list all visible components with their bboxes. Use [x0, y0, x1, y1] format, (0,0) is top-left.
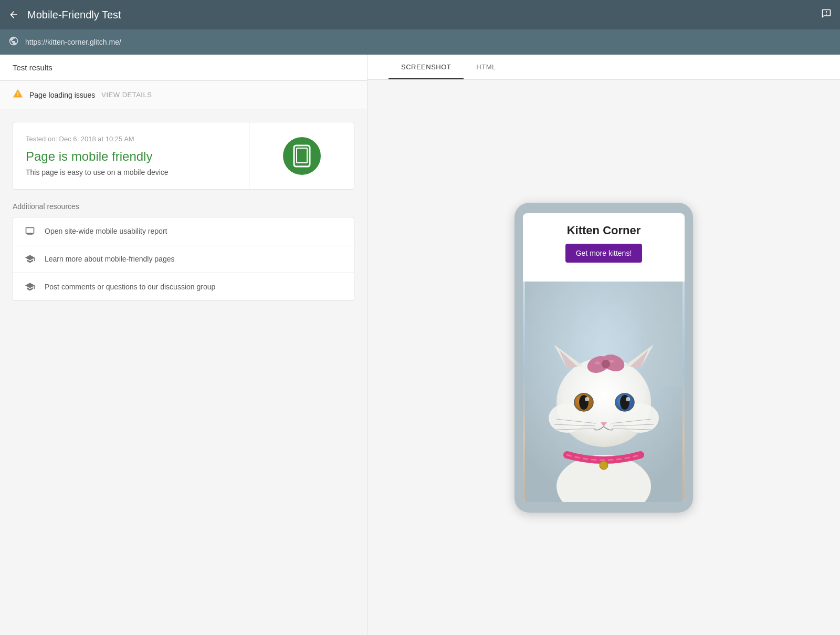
tested-on-text: Tested on: Dec 6, 2018 at 10:25 AM [26, 135, 236, 143]
back-button[interactable] [8, 9, 19, 20]
app-header: Mobile-Friendly Test [0, 0, 840, 29]
resource-item-1[interactable]: Open site-wide mobile usability report [13, 217, 354, 245]
mobile-friendly-desc: This page is easy to use on a mobile dev… [26, 168, 236, 176]
svg-point-14 [602, 360, 610, 368]
issues-bar: Page loading issues VIEW DETAILS [0, 81, 367, 109]
url-text: https://kitten-corner.glitch.me/ [25, 38, 121, 46]
test-results-label: Test results [13, 63, 52, 72]
resource-text-1: Open site-wide mobile usability report [45, 227, 167, 235]
page-loading-issues-text: Page loading issues [29, 91, 95, 99]
site-title: Kitten Corner [567, 224, 641, 237]
tab-screenshot[interactable]: SCREENSHOT [388, 55, 464, 79]
left-content: Tested on: Dec 6, 2018 at 10:25 AM Page … [0, 109, 367, 314]
cat-image [523, 282, 685, 502]
right-panel: SCREENSHOT HTML Kitten Corner Get more k… [368, 55, 840, 635]
left-panel: Test results Page loading issues VIEW DE… [0, 55, 368, 635]
svg-point-23 [626, 397, 630, 401]
monitor-icon [24, 226, 36, 236]
feedback-button[interactable] [821, 8, 832, 22]
result-card-left: Tested on: Dec 6, 2018 at 10:25 AM Page … [13, 122, 249, 189]
resource-text-3: Post comments or questions to our discus… [45, 283, 215, 291]
view-details-button[interactable]: VIEW DETAILS [101, 91, 152, 99]
mobile-friendly-icon [283, 137, 321, 175]
warning-icon [13, 88, 23, 101]
graduation-icon [24, 254, 36, 264]
app-title: Mobile-Friendly Test [27, 9, 821, 21]
additional-resources-title: Additional resources [13, 202, 354, 211]
resource-item-2[interactable]: Learn more about mobile-friendly pages [13, 245, 354, 273]
phone-content: Kitten Corner Get more kittens! [523, 213, 685, 282]
resources-card: Open site-wide mobile usability report L… [13, 217, 354, 301]
svg-point-31 [600, 461, 608, 470]
test-results-header: Test results [0, 55, 367, 81]
main-content: Test results Page loading issues VIEW DE… [0, 55, 840, 635]
resource-item-3[interactable]: Post comments or questions to our discus… [13, 273, 354, 300]
svg-point-5 [556, 358, 651, 447]
mobile-friendly-title: Page is mobile friendly [26, 149, 236, 164]
svg-point-15 [595, 361, 600, 365]
phone-mockup: Kitten Corner Get more kittens! [514, 203, 693, 513]
resource-text-2: Learn more about mobile-friendly pages [45, 255, 174, 263]
result-card-icon-area [249, 122, 354, 189]
svg-point-19 [585, 397, 589, 401]
phone-screen: Kitten Corner Get more kittens! [523, 213, 685, 502]
discussion-icon [24, 282, 36, 292]
svg-rect-3 [640, 282, 682, 387]
url-bar: https://kitten-corner.glitch.me/ [0, 29, 840, 55]
result-card: Tested on: Dec 6, 2018 at 10:25 AM Page … [13, 122, 354, 190]
tab-html[interactable]: HTML [464, 55, 508, 79]
svg-rect-1 [297, 148, 307, 163]
tabs-bar: SCREENSHOT HTML [368, 55, 840, 80]
svg-point-16 [609, 360, 614, 363]
get-kittens-button[interactable]: Get more kittens! [565, 244, 643, 263]
globe-icon [8, 36, 19, 49]
screenshot-area: Kitten Corner Get more kittens! [368, 80, 840, 635]
